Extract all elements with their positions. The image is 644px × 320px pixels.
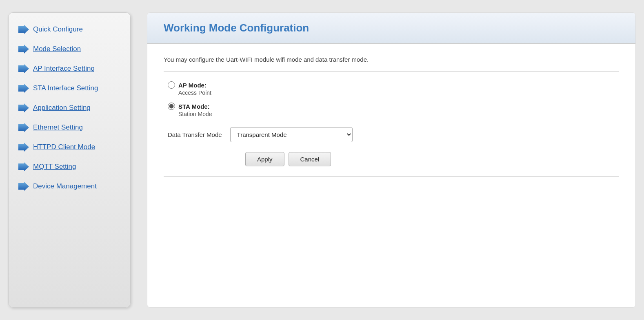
description-text: You may configure the Uart-WIFI module w… <box>164 56 619 63</box>
svg-marker-0 <box>18 25 29 34</box>
arrow-icon <box>18 25 29 34</box>
page-header: Working Mode Configuration <box>147 13 635 44</box>
arrow-icon <box>18 123 29 132</box>
sidebar-item-application-setting[interactable]: Application Setting <box>13 99 126 116</box>
ap-mode-option: AP Mode: Access Point <box>168 81 619 96</box>
sidebar-item-label: Mode Selection <box>33 45 81 53</box>
arrow-icon <box>18 103 29 112</box>
sta-mode-sub: Station Mode <box>168 111 619 117</box>
ap-mode-radio[interactable] <box>168 81 175 89</box>
ap-mode-sub: Access Point <box>168 90 619 96</box>
data-transfer-label: Data Transfer Mode <box>168 131 222 138</box>
sidebar-item-httpd-client-mode[interactable]: HTTPD Client Mode <box>13 139 126 156</box>
svg-marker-8 <box>18 182 29 191</box>
content-area: You may configure the Uart-WIFI module w… <box>147 44 635 189</box>
data-transfer-select[interactable]: Transparent Mode Protocol Mode <box>230 127 353 142</box>
ap-mode-label[interactable]: AP Mode: <box>178 82 207 89</box>
page-title: Working Mode Configuration <box>164 22 619 34</box>
action-buttons: Apply Cancel <box>164 152 619 166</box>
sta-mode-option: STA Mode: Station Mode <box>168 103 619 117</box>
arrow-icon <box>18 64 29 73</box>
sta-mode-radio[interactable] <box>168 103 175 110</box>
sidebar-item-label: MQTT Setting <box>33 163 76 171</box>
arrow-icon <box>18 45 29 54</box>
sidebar-item-quick-configure[interactable]: Quick Configure <box>13 21 126 38</box>
sidebar-item-label: Device Management <box>33 182 97 190</box>
sidebar: Quick Configure Mode Selection AP Interf… <box>8 12 131 308</box>
sta-mode-label[interactable]: STA Mode: <box>178 103 210 110</box>
svg-marker-2 <box>18 64 29 73</box>
arrow-icon <box>18 182 29 191</box>
bottom-divider <box>164 176 619 177</box>
sidebar-item-label: Quick Configure <box>33 25 83 34</box>
sidebar-item-ethernet-setting[interactable]: Ethernet Setting <box>13 119 126 136</box>
data-transfer-row: Data Transfer Mode Transparent Mode Prot… <box>164 127 619 142</box>
sidebar-item-label: AP Interface Setting <box>33 65 95 73</box>
mode-options: AP Mode: Access Point STA Mode: Station … <box>164 81 619 117</box>
svg-marker-1 <box>18 45 29 54</box>
svg-marker-5 <box>18 123 29 132</box>
svg-marker-7 <box>18 162 29 171</box>
sidebar-item-label: HTTPD Client Mode <box>33 143 95 151</box>
arrow-icon <box>18 162 29 171</box>
sidebar-item-label: Ethernet Setting <box>33 123 83 132</box>
svg-marker-3 <box>18 84 29 93</box>
sidebar-item-device-management[interactable]: Device Management <box>13 178 126 195</box>
sidebar-item-sta-interface-setting[interactable]: STA Interface Setting <box>13 80 126 97</box>
sidebar-item-mqtt-setting[interactable]: MQTT Setting <box>13 158 126 175</box>
sidebar-item-label: Application Setting <box>33 104 91 112</box>
cancel-button[interactable]: Cancel <box>289 152 331 166</box>
svg-marker-4 <box>18 103 29 112</box>
arrow-icon <box>18 143 29 152</box>
svg-marker-6 <box>18 143 29 152</box>
sidebar-item-ap-interface-setting[interactable]: AP Interface Setting <box>13 60 126 77</box>
top-divider <box>164 71 619 72</box>
main-content: Working Mode Configuration You may confi… <box>147 12 636 308</box>
apply-button[interactable]: Apply <box>245 152 284 166</box>
sidebar-item-mode-selection[interactable]: Mode Selection <box>13 40 126 58</box>
sidebar-item-label: STA Interface Setting <box>33 84 98 92</box>
arrow-icon <box>18 84 29 93</box>
